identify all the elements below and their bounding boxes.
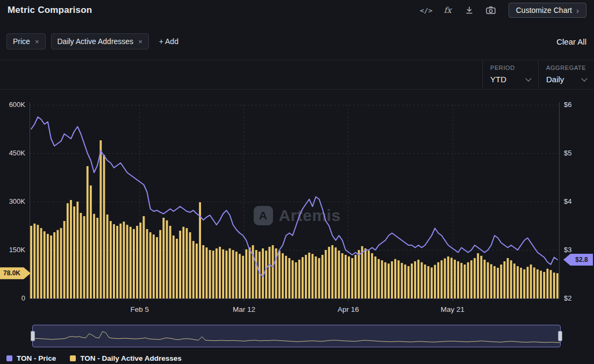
svg-text:May 21: May 21	[441, 305, 464, 313]
range-navigator[interactable]	[32, 325, 561, 347]
page-title: Metric Comparison	[8, 5, 92, 16]
legend-swatch-daily-active-addresses	[70, 355, 76, 361]
chip-close-icon[interactable]: ×	[138, 38, 142, 46]
header: Metric Comparison </> fx Customize Chart…	[0, 0, 594, 20]
filter-chip-daily-active-addresses[interactable]: Daily Active Addresses ×	[51, 33, 149, 49]
main-chart[interactable]: 0$2150K$3300K$4450K$5600K$6Feb 5Mar 12Ap…	[0, 100, 594, 322]
customize-chart-button[interactable]: Customize Chart ›	[509, 3, 586, 18]
svg-text:$2.8: $2.8	[575, 256, 588, 263]
legend-item-price[interactable]: TON - Price	[6, 354, 56, 362]
chart-controls-row: PERIOD YTD AGGREGATE Daily	[0, 60, 594, 90]
embed-code-icon[interactable]: </>	[418, 4, 434, 17]
svg-text:Feb 5: Feb 5	[131, 305, 149, 313]
svg-text:Mar 12: Mar 12	[233, 305, 255, 313]
chevron-down-icon	[581, 75, 587, 81]
period-dropdown[interactable]: PERIOD YTD	[482, 60, 538, 89]
customize-chart-label: Customize Chart	[516, 6, 572, 15]
metric-comparison-app: Metric Comparison </> fx Customize Chart…	[0, 0, 594, 364]
clear-all-button[interactable]: Clear All	[556, 37, 586, 46]
download-icon[interactable]	[461, 4, 477, 17]
chevron-right-icon: ›	[576, 6, 579, 15]
svg-text:$5: $5	[564, 149, 571, 157]
right-value-badge: $2.8	[563, 254, 593, 266]
chart-legend: TON - Price TON - Daily Active Addresses	[6, 354, 182, 362]
period-value: YTD	[490, 75, 506, 84]
svg-text:$4: $4	[564, 197, 571, 205]
header-toolbar: </> fx	[418, 4, 499, 17]
left-value-badge: 78.0K	[0, 267, 31, 279]
svg-text:$2: $2	[564, 294, 571, 302]
chevron-down-icon	[525, 75, 531, 81]
navigator-left-handle[interactable]	[31, 331, 35, 341]
legend-item-daily-active-addresses[interactable]: TON - Daily Active Addresses	[70, 354, 182, 362]
svg-text:150K: 150K	[9, 246, 26, 254]
svg-text:$3: $3	[564, 246, 571, 254]
legend-label: TON - Price	[17, 354, 56, 362]
add-metric-button[interactable]: + Add	[159, 37, 178, 46]
aggregate-label: AGGREGATE	[546, 65, 588, 71]
chip-label: Daily Active Addresses	[58, 37, 134, 46]
svg-text:0: 0	[22, 294, 25, 302]
chip-label: Price	[13, 37, 30, 46]
navigator-right-handle[interactable]	[558, 331, 562, 341]
svg-text:300K: 300K	[9, 197, 26, 205]
navigator-sparkline	[33, 325, 560, 347]
bar-series-daily-active-addresses	[30, 140, 559, 298]
formula-icon[interactable]: fx	[440, 4, 456, 17]
chip-close-icon[interactable]: ×	[35, 38, 39, 46]
svg-text:600K: 600K	[9, 101, 26, 109]
aggregate-value: Daily	[546, 75, 564, 84]
aggregate-dropdown[interactable]: AGGREGATE Daily	[538, 60, 594, 89]
legend-swatch-price	[6, 355, 12, 361]
svg-text:78.0K: 78.0K	[3, 269, 20, 277]
screenshot-camera-icon[interactable]	[483, 4, 499, 17]
legend-label: TON - Daily Active Addresses	[80, 354, 182, 362]
svg-text:Apr 16: Apr 16	[338, 305, 359, 313]
svg-text:450K: 450K	[9, 149, 26, 157]
gridlines	[30, 105, 559, 298]
filter-chip-price[interactable]: Price ×	[6, 33, 46, 49]
svg-text:$6: $6	[564, 101, 571, 109]
period-label: PERIOD	[490, 65, 532, 71]
metric-chips-row: Price × Daily Active Addresses × + Add C…	[6, 33, 586, 49]
